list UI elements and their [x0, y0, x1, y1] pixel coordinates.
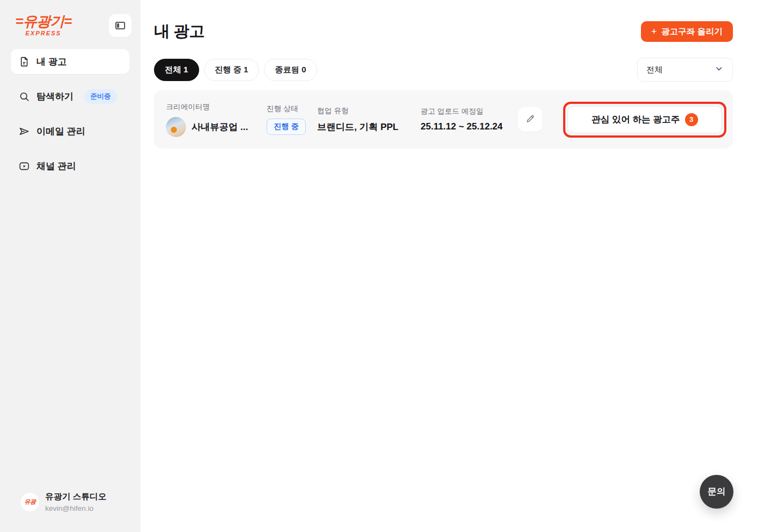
sidebar-item-label: 채널 관리 [36, 160, 76, 172]
chevron-down-icon [714, 64, 724, 75]
dropdown-selected-value: 전체 [646, 65, 663, 75]
coming-soon-badge: 준비중 [84, 89, 117, 104]
filter-row: 전체 1 진행 중 1 종료됨 0 전체 [154, 58, 733, 82]
document-icon [18, 56, 30, 67]
panel-left-icon [115, 22, 125, 29]
creator-column: 크리에이터명 사내뷰공업 ... [166, 102, 267, 137]
status-label: 진행 상태 [267, 104, 317, 114]
profile-email: kevin@hifen.io [45, 504, 107, 512]
sidebar-item-label: 내 광고 [36, 55, 67, 68]
app-logo-title: =유광기= [15, 14, 71, 29]
page-title: 내 광고 [154, 21, 205, 42]
upload-date-label: 광고 업로드 예정일 [421, 107, 518, 116]
profile-info: 유광기 스튜디오 kevin@hifen.io [45, 491, 107, 512]
app-logo[interactable]: =유광기= EXPRESS [15, 14, 71, 36]
creator-avatar [166, 117, 186, 137]
send-icon [18, 126, 30, 137]
filter-chip-in-progress[interactable]: 진행 중 1 [204, 59, 260, 81]
filter-chip-all[interactable]: 전체 1 [154, 59, 199, 81]
sidebar: =유광기= EXPRESS 내 광고 탐색하기 준비중 이메일 관리 [0, 0, 140, 532]
plus-icon: + [651, 27, 657, 36]
status-badge: 진행 중 [267, 119, 306, 135]
creator-value: 사내뷰공업 ... [166, 117, 267, 137]
pencil-icon [525, 114, 535, 126]
interested-advertisers-label: 관심 있어 하는 광고주 [591, 114, 680, 126]
sidebar-item-my-ads[interactable]: 내 광고 [11, 49, 129, 74]
collab-type-value: 브랜디드, 기획 PPL [317, 121, 421, 133]
ad-row: 크리에이터명 사내뷰공업 ... 진행 상태 진행 중 협업 유형 브랜디드, … [154, 90, 733, 149]
sidebar-item-email[interactable]: 이메일 관리 [11, 119, 129, 144]
sort-filter-dropdown[interactable]: 전체 [637, 58, 733, 82]
collab-type-label: 협업 유형 [317, 106, 421, 116]
account-profile[interactable]: 유광 유광기 스튜디오 kevin@hifen.io [0, 491, 140, 532]
upload-date-value: 25.11.12 ~ 25.12.24 [421, 121, 518, 132]
annotation-highlight-box: 관심 있어 하는 광고주 3 [563, 102, 726, 138]
video-channel-icon [18, 160, 30, 172]
sidebar-header: =유광기= EXPRESS [0, 0, 140, 40]
sidebar-item-explore[interactable]: 탐색하기 준비중 [11, 84, 129, 109]
status-value: 진행 중 [267, 119, 317, 135]
upload-date-column: 광고 업로드 예정일 25.11.12 ~ 25.12.24 [421, 107, 518, 132]
status-filter-chips: 전체 1 진행 중 1 종료됨 0 [154, 59, 317, 81]
edit-ad-button[interactable] [518, 107, 542, 132]
interested-advertisers-button[interactable]: 관심 있어 하는 광고주 3 [567, 106, 722, 133]
avatar: 유광 [21, 493, 39, 511]
creator-label: 크리에이터명 [166, 102, 267, 112]
interest-count-badge: 3 [685, 113, 698, 126]
sidebar-nav: 내 광고 탐색하기 준비중 이메일 관리 채널 관리 [0, 40, 140, 188]
upload-ad-slot-button[interactable]: + 광고구좌 올리기 [641, 21, 733, 42]
sidebar-item-label: 탐색하기 [36, 90, 73, 103]
upload-ad-slot-label: 광고구좌 올리기 [661, 26, 723, 38]
profile-name: 유광기 스튜디오 [45, 491, 107, 503]
sidebar-collapse-button[interactable] [109, 14, 132, 37]
sidebar-item-channel[interactable]: 채널 관리 [11, 153, 129, 178]
filter-chip-ended[interactable]: 종료됨 0 [264, 59, 317, 81]
main-content: 내 광고 + 광고구좌 올리기 전체 1 진행 중 1 종료됨 0 전체 크리에… [140, 0, 765, 149]
collab-type-column: 협업 유형 브랜디드, 기획 PPL [317, 106, 421, 133]
search-icon [18, 91, 30, 102]
page-header: 내 광고 + 광고구좌 올리기 [154, 0, 733, 42]
inquiry-fab-button[interactable]: 문의 [700, 475, 733, 509]
sidebar-item-label: 이메일 관리 [36, 125, 85, 138]
creator-name: 사내뷰공업 ... [192, 121, 248, 133]
app-logo-subtitle: EXPRESS [15, 30, 71, 36]
status-column: 진행 상태 진행 중 [267, 104, 317, 135]
